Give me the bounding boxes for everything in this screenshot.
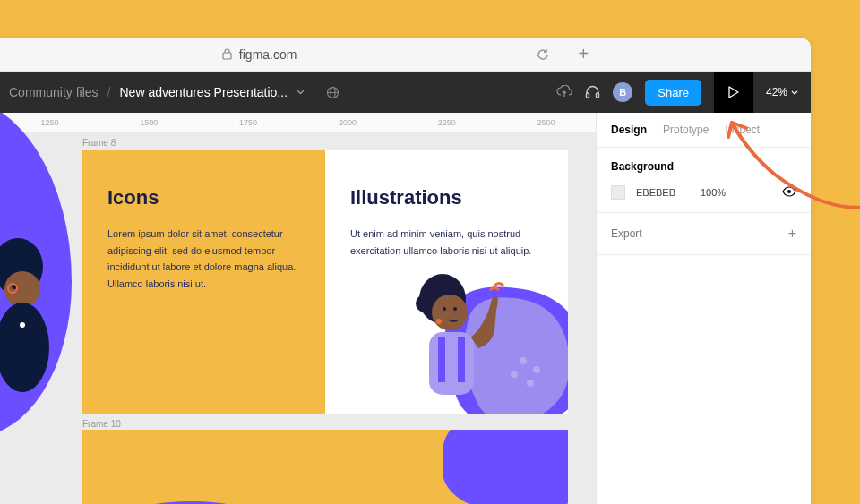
heading-icons: Icons xyxy=(108,186,300,209)
browser-address-bar: figma.com + xyxy=(0,38,811,72)
play-icon xyxy=(728,86,739,98)
present-button[interactable] xyxy=(714,72,753,113)
zoom-control[interactable]: 42% xyxy=(766,86,798,98)
tab-inspect[interactable]: Inspect xyxy=(725,124,760,136)
color-opacity[interactable]: 100% xyxy=(701,187,771,198)
browser-window: figma.com + Community files / New advent… xyxy=(0,38,811,504)
lock-icon xyxy=(222,48,232,60)
svg-rect-24 xyxy=(458,337,465,382)
figma-toolbar: Community files / New adventures Present… xyxy=(0,72,811,113)
svg-point-13 xyxy=(533,366,540,373)
frame-label[interactable]: Frame 10 xyxy=(82,419,121,429)
visibility-icon[interactable] xyxy=(782,186,796,200)
chevron-down-icon xyxy=(791,90,798,95)
color-swatch[interactable] xyxy=(611,185,625,200)
color-hex[interactable]: EBEBEB xyxy=(636,187,690,198)
cloud-upload-icon[interactable] xyxy=(556,85,572,99)
svg-point-11 xyxy=(20,322,25,328)
decorative-blob xyxy=(443,430,568,504)
svg-point-7 xyxy=(4,271,40,307)
body-illustrations: Ut enim ad minim veniam, quis nostrud ex… xyxy=(350,226,543,259)
illustration-person xyxy=(398,268,514,414)
canvas[interactable]: 1250 1500 1750 2000 2250 2500 Frame 8 xyxy=(0,113,596,504)
tab-prototype[interactable]: Prototype xyxy=(663,124,709,136)
globe-icon[interactable] xyxy=(326,86,340,99)
heading-illustrations: Illustrations xyxy=(350,186,543,209)
frame-10[interactable] xyxy=(82,430,568,504)
new-tab-icon[interactable]: + xyxy=(578,44,589,64)
svg-point-25 xyxy=(787,190,791,193)
url-text[interactable]: figma.com xyxy=(239,47,297,62)
svg-point-15 xyxy=(527,380,534,387)
refresh-icon[interactable] xyxy=(537,48,549,61)
panel-tabs: Design Prototype Inspect xyxy=(597,113,811,148)
background-title: Background xyxy=(611,160,796,173)
frame-label[interactable]: Frame 8 xyxy=(82,138,116,148)
properties-panel: Design Prototype Inspect Background EBEB… xyxy=(596,113,811,504)
svg-rect-4 xyxy=(587,93,589,98)
avatar[interactable]: B xyxy=(613,82,632,102)
breadcrumb-parent[interactable]: Community files xyxy=(9,85,99,99)
headphones-icon[interactable] xyxy=(585,85,600,99)
export-title: Export xyxy=(611,227,642,240)
svg-rect-5 xyxy=(597,93,599,98)
svg-rect-22 xyxy=(429,332,474,395)
tab-design[interactable]: Design xyxy=(611,124,647,136)
illustration-person xyxy=(0,231,63,396)
chevron-down-icon[interactable] xyxy=(297,90,305,95)
ruler-horizontal: 1250 1500 1750 2000 2250 2500 xyxy=(0,113,596,132)
share-button[interactable]: Share xyxy=(645,80,701,106)
svg-rect-0 xyxy=(223,53,231,59)
background-section: Background EBEBEB 100% xyxy=(597,148,811,213)
svg-point-10 xyxy=(0,303,49,392)
add-export-icon[interactable]: + xyxy=(788,226,796,242)
breadcrumb: Community files / New adventures Present… xyxy=(0,85,556,99)
export-section: Export + xyxy=(597,213,811,255)
svg-point-12 xyxy=(520,357,527,364)
breadcrumb-current[interactable]: New adventures Presentatio... xyxy=(119,85,288,99)
frame-8[interactable]: Icons Lorem ipsum dolor sit amet, consec… xyxy=(82,150,568,414)
svg-point-18 xyxy=(432,295,468,330)
svg-point-20 xyxy=(453,307,457,311)
svg-point-21 xyxy=(436,319,442,324)
svg-point-17 xyxy=(416,295,434,312)
svg-rect-23 xyxy=(438,337,445,382)
body-icons: Lorem ipsum dolor sit amet, consectetur … xyxy=(108,226,300,293)
svg-point-19 xyxy=(443,307,446,311)
